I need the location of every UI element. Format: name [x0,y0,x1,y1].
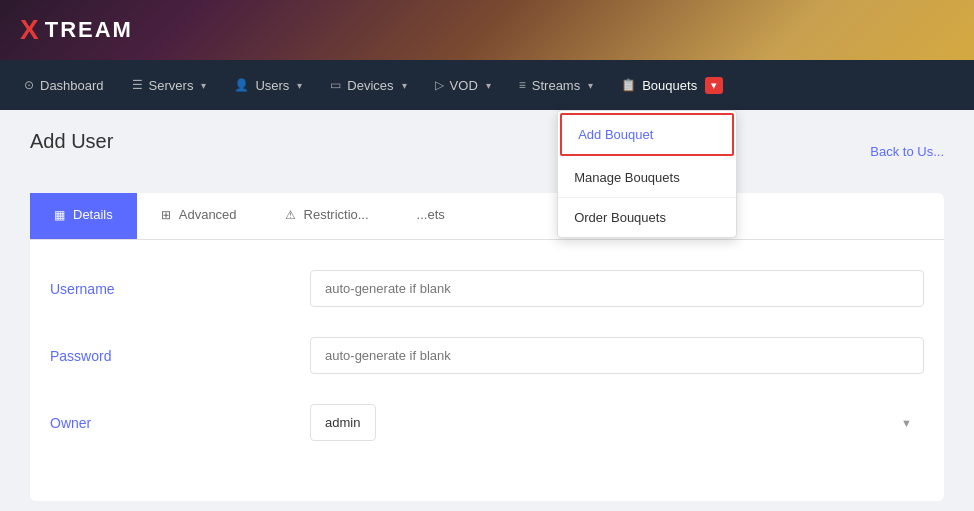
owner-row: Owner admin [50,404,924,441]
navbar: ⊙ Dashboard ☰ Servers ▾ 👤 Users ▾ ▭ Devi… [0,60,974,110]
sidebar-item-servers[interactable]: ☰ Servers ▾ [118,60,221,110]
chevron-down-icon-streams: ▾ [588,80,593,91]
sidebar-item-vod[interactable]: ▷ VOD ▾ [421,60,505,110]
username-input[interactable] [310,270,924,307]
devices-icon: ▭ [330,78,341,92]
password-row: Password [50,337,924,374]
nav-label-servers: Servers [149,78,194,93]
details-tab-icon: ▦ [54,208,65,222]
sidebar-item-dashboard[interactable]: ⊙ Dashboard [10,60,118,110]
back-to-users-link[interactable]: Back to Us... [870,144,944,159]
page-header: Add User Back to Us... [30,130,944,173]
nav-label-users: Users [255,78,289,93]
tab-restrictions-label: Restrictio... [304,207,369,222]
tab-details[interactable]: ▦ Details [30,193,137,239]
owner-select-wrapper: admin [310,404,924,441]
owner-select[interactable]: admin [310,404,376,441]
tab-bouquets[interactable]: ...ets [393,193,469,239]
users-icon: 👤 [234,78,249,92]
dashboard-icon: ⊙ [24,78,34,92]
restrictions-tab-icon: ⚠ [285,208,296,222]
main-content: Add User Back to Us... ▦ Details ⊞ Advan… [0,110,974,511]
tabs-container: ▦ Details ⊞ Advanced ⚠ Restrictio... ...… [30,193,944,240]
username-label: Username [50,281,310,297]
logo-text: TREAM [45,17,133,43]
order-bouquets-item[interactable]: Order Bouquets [558,198,736,237]
sidebar-item-bouquets[interactable]: 📋 Bouquets ▾ Add Bouquet Manage Bouquets… [607,60,737,110]
streams-icon: ≡ [519,78,526,92]
nav-label-vod: VOD [450,78,478,93]
nav-label-streams: Streams [532,78,580,93]
form-area: Username Password Owner admin [30,240,944,501]
logo-x: X [20,14,41,46]
tab-advanced[interactable]: ⊞ Advanced [137,193,261,239]
header: X TREAM [0,0,974,60]
chevron-down-icon-devices: ▾ [402,80,407,91]
sidebar-item-streams[interactable]: ≡ Streams ▾ [505,60,607,110]
username-row: Username [50,270,924,307]
tab-details-label: Details [73,207,113,222]
logo[interactable]: X TREAM [20,14,133,46]
advanced-tab-icon: ⊞ [161,208,171,222]
nav-label-devices: Devices [347,78,393,93]
bouquets-dropdown-menu: Add Bouquet Manage Bouquets Order Bouque… [557,110,737,238]
manage-bouquets-item[interactable]: Manage Bouquets [558,158,736,198]
tab-advanced-label: Advanced [179,207,237,222]
chevron-down-icon-vod: ▾ [486,80,491,91]
bouquets-nav-item[interactable]: 📋 Bouquets ▾ [607,60,737,110]
sidebar-item-users[interactable]: 👤 Users ▾ [220,60,316,110]
add-user-card: ▦ Details ⊞ Advanced ⚠ Restrictio... ...… [30,193,944,501]
bouquets-dropdown-indicator: ▾ [705,77,723,94]
password-input[interactable] [310,337,924,374]
owner-label: Owner [50,415,310,431]
password-label: Password [50,348,310,364]
nav-label-dashboard: Dashboard [40,78,104,93]
chevron-down-icon: ▾ [201,80,206,91]
sidebar-item-devices[interactable]: ▭ Devices ▾ [316,60,420,110]
servers-icon: ☰ [132,78,143,92]
tab-restrictions[interactable]: ⚠ Restrictio... [261,193,393,239]
bouquets-icon: 📋 [621,78,636,92]
vod-icon: ▷ [435,78,444,92]
nav-label-bouquets: Bouquets [642,78,697,93]
chevron-down-icon-users: ▾ [297,80,302,91]
page-title: Add User [30,130,113,153]
add-bouquet-item[interactable]: Add Bouquet [560,113,734,156]
tab-bouquets-label: ...ets [417,207,445,222]
